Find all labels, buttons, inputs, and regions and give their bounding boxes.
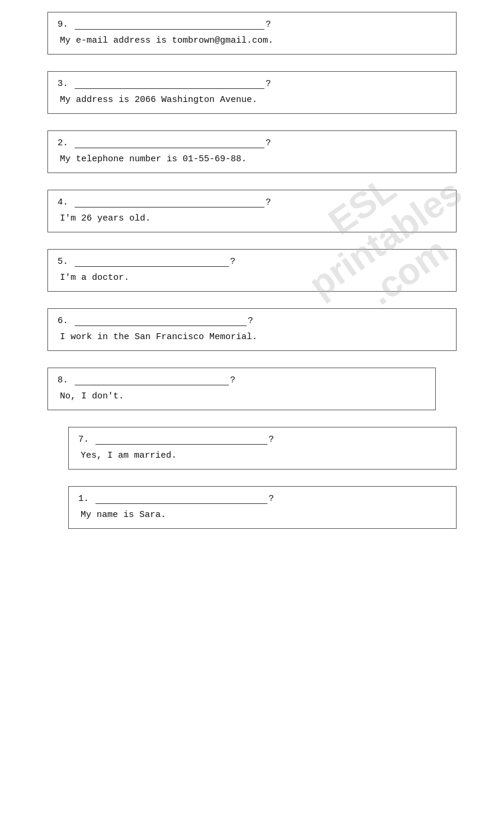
answer-5: I'm a doctor. [60, 273, 446, 283]
question-number-9: 9. [58, 20, 68, 30]
qa-card-4: 4. ? I'm 26 years old. [47, 190, 457, 232]
question-line-6: 6. ? [58, 316, 446, 326]
question-line-7: 7. ? [78, 435, 446, 445]
qa-card-5: 5. ? I'm a doctor. [47, 249, 457, 292]
answer-4: I'm 26 years old. [60, 213, 446, 224]
answer-9: My e-mail address is tombrown@gmail.com. [60, 36, 446, 46]
answer-6: I work in the San Francisco Memorial. [60, 332, 446, 342]
blank-3[interactable] [75, 88, 264, 89]
qa-card-3: 3. ? My address is 2066 Washington Avenu… [47, 71, 457, 114]
question-number-4: 4. [58, 197, 68, 208]
question-number-1: 1. [78, 494, 89, 504]
blank-4[interactable] [75, 207, 264, 208]
blank-2[interactable] [75, 148, 264, 148]
question-number-5: 5. [58, 257, 68, 267]
answer-2: My telephone number is 01-55-69-88. [60, 154, 446, 164]
answer-7: Yes, I am married. [81, 451, 446, 461]
blank-1[interactable] [95, 503, 267, 504]
question-number-2: 2. [58, 138, 68, 148]
question-number-6: 6. [58, 316, 68, 326]
question-line-4: 4. ? [58, 197, 446, 208]
blank-7[interactable] [95, 444, 267, 445]
question-number-3: 3. [58, 79, 68, 89]
answer-8: No, I don't. [60, 391, 426, 401]
blank-8[interactable] [75, 385, 229, 385]
qa-card-8: 8. ? No, I don't. [47, 368, 436, 410]
question-line-2: 2. ? [58, 138, 446, 148]
page-container: ESLprintables.com 9. ? My e-mail address… [0, 0, 504, 830]
question-number-8: 8. [58, 375, 68, 385]
question-line-8: 8. ? [58, 375, 426, 385]
blank-6[interactable] [75, 325, 247, 326]
qa-card-1: 1. ? My name is Sara. [68, 486, 457, 529]
question-line-1: 1. ? [78, 494, 446, 504]
question-number-7: 7. [78, 435, 89, 445]
qa-card-2: 2. ? My telephone number is 01-55-69-88. [47, 130, 457, 173]
blank-9[interactable] [75, 29, 264, 30]
question-line-3: 3. ? [58, 79, 446, 89]
qa-card-7: 7. ? Yes, I am married. [68, 427, 457, 470]
answer-3: My address is 2066 Washington Avenue. [60, 95, 446, 105]
answer-1: My name is Sara. [81, 510, 446, 520]
question-line-5: 5. ? [58, 257, 446, 267]
question-line-9: 9. ? [58, 20, 446, 30]
qa-card-6: 6. ? I work in the San Francisco Memoria… [47, 308, 457, 351]
qa-card-9: 9. ? My e-mail address is tombrown@gmail… [47, 12, 457, 55]
blank-5[interactable] [75, 266, 229, 267]
